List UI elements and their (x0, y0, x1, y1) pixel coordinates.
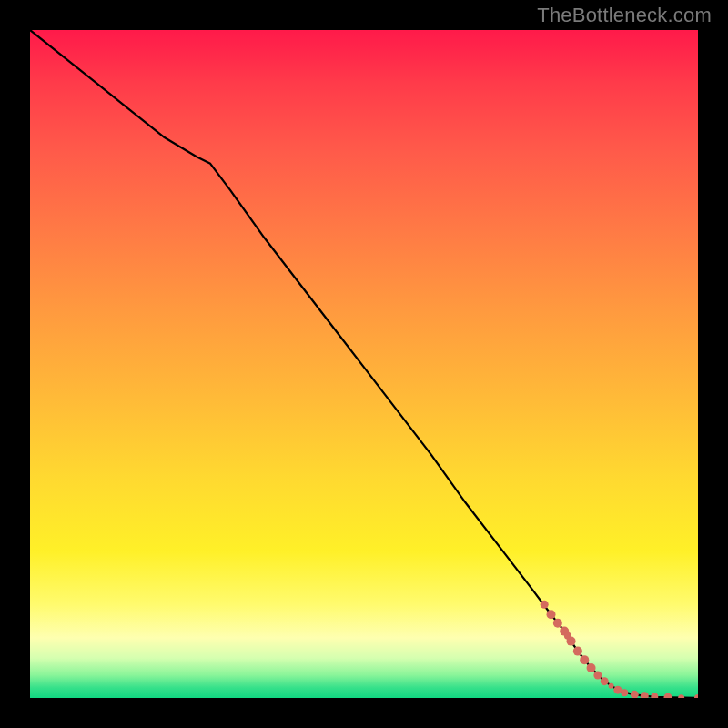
marker-point (587, 663, 596, 672)
marker-point (678, 694, 684, 698)
marker-point (593, 672, 602, 680)
marker-point (663, 693, 672, 698)
marker-point (631, 691, 639, 698)
marker-point (651, 693, 658, 698)
marker-point (601, 677, 609, 685)
marker-point (613, 686, 622, 694)
plot-area (30, 30, 698, 698)
marker-point (573, 647, 582, 656)
marker-point (580, 655, 589, 664)
marker-point (541, 601, 549, 609)
chart-frame: TheBottleneck.com (0, 0, 728, 728)
bottleneck-curve (30, 30, 698, 698)
marker-group (541, 601, 698, 698)
marker-point (641, 692, 649, 698)
marker-point (609, 683, 614, 689)
marker-point (553, 619, 562, 628)
marker-point (567, 637, 576, 646)
chart-overlay (30, 30, 698, 698)
watermark-text: TheBottleneck.com (537, 4, 712, 27)
marker-point (547, 610, 556, 619)
marker-point (694, 694, 698, 698)
marker-point (621, 689, 628, 696)
